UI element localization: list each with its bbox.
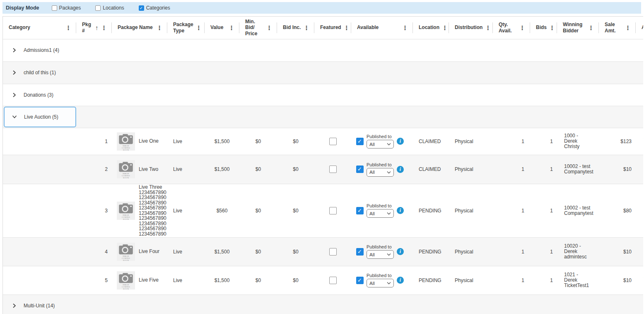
cell-package-name: Live Four [139,249,159,254]
category-group-admissions1[interactable]: Admissions1 (4) [3,47,643,53]
column-menu-icon[interactable] [622,25,631,31]
col-header-location: Location [413,17,449,39]
cell-category [3,184,76,237]
info-icon[interactable]: i [397,138,404,145]
cell-qty-avail: 1 [493,266,530,295]
featured-checkbox[interactable] [329,277,337,284]
cell-location: CLAIMED [413,155,449,184]
featured-checkbox[interactable] [329,166,337,173]
column-menu-icon[interactable] [547,25,555,31]
col-header-actions: Ac [636,17,643,39]
cell-bid-inc: $0 [277,155,314,184]
display-mode-option-categories[interactable]: Categories [139,5,170,11]
published-to-dropdown[interactable]: All [367,209,394,218]
cell-package-name: Live Two [139,167,158,172]
chevron-down-icon [387,282,391,285]
svg-text:SOON: SOON [123,149,129,151]
cell-bids: 1 [530,237,557,266]
col-header-winning-bidder: Winning Bidder [557,17,599,39]
cell-package-name: Live Five [139,277,159,283]
cell-distribution: Physical [449,237,493,266]
published-to-label: Published to [367,162,394,167]
available-checkbox[interactable] [356,248,364,256]
package-row: 4 IMAGE COMING SOON Live Four Live $1,50… [3,237,643,266]
available-checkbox[interactable] [356,207,364,214]
category-group-donations[interactable]: Donations (3) [3,92,643,98]
green-curved-arrow-action-icon[interactable] [642,247,643,255]
col-header-package-type: Package Type [167,17,205,39]
cell-pkg-number: 2 [76,155,112,184]
locations-checkbox[interactable] [95,5,101,11]
category-group-child-of-this[interactable]: child of this (1) [3,70,643,75]
col-header-category: Category [3,17,76,39]
published-to-dropdown[interactable]: All [367,250,394,259]
locations-checkbox-label: Locations [103,5,124,11]
cell-category [3,266,76,295]
image-coming-soon-thumbnail: IMAGE COMING SOON [117,132,135,151]
chevron-right-icon [12,303,17,308]
cell-package-type: Live [167,128,205,155]
featured-checkbox[interactable] [329,207,337,214]
col-header-bids: Bids [530,17,557,39]
green-curved-arrow-action-icon[interactable] [642,206,643,214]
column-menu-icon[interactable] [63,25,71,31]
available-checkbox[interactable] [356,277,364,284]
col-header-pkg-number: Pkg #↑ [76,17,112,39]
cell-bid-inc: $0 [277,184,314,237]
featured-checkbox[interactable] [329,248,337,256]
info-icon[interactable]: i [397,166,404,173]
cell-value: $1,500 [205,266,239,295]
cell-min-bid-price: $0 [239,155,277,184]
category-group-multi-unit[interactable]: Multi-Unit (14) [3,303,643,309]
column-menu-icon[interactable] [400,25,408,31]
chevron-down-icon [387,212,391,215]
column-menu-icon[interactable] [586,25,594,31]
column-menu-icon[interactable] [99,25,107,31]
category-group-label: Admissions1 (4) [24,47,59,53]
svg-text:SOON: SOON [123,177,129,178]
package-row: 1 IMAGE COMING SOON Live One Live $1,500… [3,128,643,155]
column-menu-icon[interactable] [264,25,272,31]
info-icon[interactable]: i [397,207,404,214]
packages-grid: Category Pkg #↑ Package Name Package Typ… [2,16,643,314]
green-curved-arrow-action-icon[interactable] [642,275,643,284]
category-group-label: Live Auction (5) [24,114,58,120]
display-mode-option-locations[interactable]: Locations [95,5,124,11]
category-group-label: Donations (3) [24,92,53,98]
published-to-dropdown[interactable]: All [367,279,394,287]
col-header-qty-avail: Qty. Avail. [493,17,530,39]
display-mode-option-packages[interactable]: Packages [52,5,81,11]
green-curved-arrow-action-icon[interactable] [642,165,643,173]
column-menu-icon[interactable] [154,25,162,31]
column-menu-icon[interactable] [193,25,202,31]
category-group-row: Admissions1 (4) [3,39,643,61]
info-icon[interactable]: i [397,248,404,255]
category-group-live-auction[interactable]: Live Auction (5) [3,114,643,120]
packages-checkbox-label: Packages [59,5,81,11]
published-to-dropdown[interactable]: All [367,140,394,148]
column-menu-icon[interactable] [226,25,234,31]
info-icon[interactable]: i [397,277,404,284]
categories-checkbox[interactable] [139,5,144,11]
cell-category [3,155,76,184]
cell-bid-inc: $0 [277,266,314,295]
category-group-row: Multi-Unit (14) [3,295,643,314]
cell-min-bid-price: $0 [239,128,277,155]
available-checkbox[interactable] [356,138,364,145]
package-row: 2 IMAGE COMING SOON Live Two Live $1,500… [3,155,643,184]
available-checkbox[interactable] [356,166,364,173]
column-menu-icon[interactable] [439,25,448,31]
packages-checkbox[interactable] [52,5,57,11]
featured-checkbox[interactable] [329,138,337,145]
column-menu-icon[interactable] [301,25,309,31]
column-menu-icon[interactable] [482,25,491,31]
column-menu-icon[interactable] [341,25,350,31]
column-menu-icon[interactable] [517,25,525,31]
cell-value: $1,500 [205,155,239,184]
chevron-down-icon [12,114,17,119]
sort-ascending-icon[interactable]: ↑ [95,24,99,31]
green-curved-arrow-action-icon[interactable] [642,136,643,145]
published-to-dropdown[interactable]: All [367,168,394,177]
chevron-down-icon [387,143,391,146]
published-to-label: Published to [367,273,394,278]
